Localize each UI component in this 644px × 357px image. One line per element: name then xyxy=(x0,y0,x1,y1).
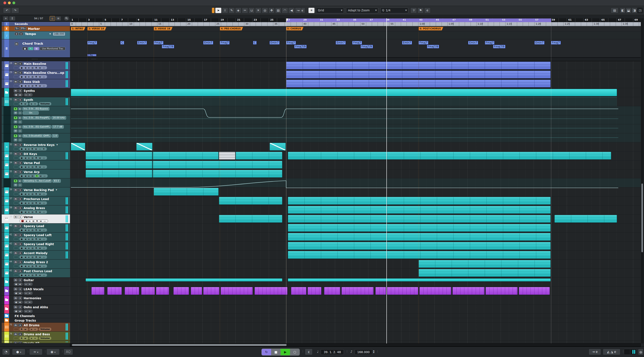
audio-event[interactable] xyxy=(174,287,189,295)
solo-button[interactable]: s xyxy=(18,62,22,65)
write-automation-button[interactable]: w xyxy=(18,107,22,110)
mute-button[interactable]: m xyxy=(14,296,18,300)
midi-event[interactable] xyxy=(288,197,551,204)
track-list-icon[interactable]: ≡ xyxy=(56,16,61,21)
solo-button[interactable]: s xyxy=(18,71,22,74)
track-row-ins-3-studioeq-qhfl[interactable]: R w Ins.:3:StudioEQ -QHFL 1.0 III ∩ xyxy=(2,133,70,142)
read-write-buttons[interactable]: R w xyxy=(19,328,28,331)
track-preset-button[interactable]: ↧ xyxy=(9,16,16,21)
range-selection-tool[interactable]: I xyxy=(222,8,228,13)
mute-button[interactable]: m xyxy=(14,71,18,74)
record-arm-button[interactable] xyxy=(14,256,18,259)
folder-group-controls[interactable]: = ≈ xyxy=(24,93,33,96)
chord-event[interactable]: Fmaj7/9 xyxy=(294,45,306,48)
midi-event[interactable] xyxy=(288,224,551,232)
track-row-verve[interactable]: 39 m s Verve ● ◀ e ▤ R w ▭ xyxy=(2,214,70,224)
solo-button[interactable]: s xyxy=(18,242,22,246)
mute-button[interactable]: m xyxy=(14,152,18,156)
track-row-spacey-lead-left[interactable]: 41 m s Spacey Lead Left ● ◀ e ▤ R w ▭ xyxy=(2,232,70,242)
write-automation-button[interactable]: w xyxy=(18,134,22,138)
timeline-row[interactable] xyxy=(70,124,641,133)
chevron-down-icon[interactable]: ▼ xyxy=(49,33,51,35)
track-controls[interactable]: ● ◀ e R w ▭ ❋ xyxy=(19,147,47,150)
track-row-versearp-s-lter-cutoff[interactable]: R w VerseArp-S...lter.Cutoff 83.5 III ∩ xyxy=(2,178,70,188)
timeline-row[interactable] xyxy=(70,160,641,170)
timeline-row[interactable] xyxy=(70,268,641,278)
solo-button[interactable]: s xyxy=(18,143,22,146)
write-automation-button[interactable]: w xyxy=(18,125,22,128)
lock-icon[interactable]: ∩ xyxy=(18,184,22,186)
vertical-scrollbar-handle[interactable] xyxy=(642,184,643,252)
lanes-icon[interactable]: III xyxy=(14,184,18,186)
record-arm-button[interactable] xyxy=(14,328,18,331)
timeline-row[interactable] xyxy=(70,206,641,214)
automation-parameter-label[interactable]: Volume xyxy=(39,102,51,106)
track-controls[interactable]: ● ◀ e ▤ R w ▭ xyxy=(19,228,47,232)
audio-event[interactable] xyxy=(221,287,252,295)
mute-button[interactable]: m xyxy=(14,233,18,236)
undo-icon[interactable]: ↶ xyxy=(3,8,11,13)
record-button[interactable]: ○ xyxy=(290,349,300,355)
tempo-track-row[interactable]: ♩ ⊙ ∩ Tempo ▼ 168.000 xyxy=(2,31,70,39)
options-dots[interactable]: ⋮ xyxy=(302,350,304,353)
gear-icon[interactable] xyxy=(638,349,644,355)
solo-button[interactable]: s xyxy=(18,188,22,192)
timeline-row[interactable] xyxy=(70,170,641,178)
timeline-row[interactable] xyxy=(70,314,641,318)
chord-event[interactable]: Emin7 xyxy=(203,41,213,44)
automation-value[interactable]: 1.0 xyxy=(52,134,58,138)
edit-channel-buttons[interactable]: e ∞ xyxy=(29,328,38,331)
track-row-fx-channels[interactable]: FX Channels xyxy=(2,314,70,318)
timeline-row[interactable] xyxy=(70,323,641,332)
horizontal-scrollbar[interactable] xyxy=(70,344,641,346)
lock-icon[interactable]: ∩ xyxy=(18,130,22,132)
automation-parameter[interactable]: Ins.:3:St...EQ-GainHFL xyxy=(22,125,51,128)
mute-button[interactable]: m xyxy=(14,270,18,273)
lanes-icon[interactable]: III xyxy=(14,138,18,142)
lock-icon[interactable]: ∩ xyxy=(19,32,23,36)
track-row-harmonies[interactable]: m s Harmonies ● ◀ = ≈ xyxy=(2,296,70,304)
midi-event[interactable] xyxy=(153,170,282,178)
options-dots[interactable]: ⋮ xyxy=(376,350,379,353)
track-controls[interactable]: ● ◀ e ▤ R w ▭ xyxy=(19,84,47,87)
automation-parameter[interactable]: Ins.:3:St...EQ-Bypass xyxy=(22,107,49,110)
options-dots[interactable]: ⋮ xyxy=(346,350,348,353)
chord-event[interactable]: Fmaj7 xyxy=(220,41,230,44)
folder-record-monitor[interactable]: ● ◀ xyxy=(14,282,23,286)
edit-channel-buttons[interactable]: e ∞ xyxy=(29,336,38,340)
audio-event[interactable] xyxy=(141,287,155,295)
read-automation-button[interactable]: R xyxy=(14,107,18,110)
track-row-ins-3-st-eq-bypass[interactable]: R w Ins.:3:St...EQ-Bypass III ∩ On xyxy=(2,106,70,115)
track-controls[interactable]: ● ◀ e ▤ R w ▭ xyxy=(19,192,47,196)
solo-button[interactable]: s xyxy=(18,89,22,92)
read-write-buttons[interactable]: R w xyxy=(19,102,28,106)
record-arm-button[interactable] xyxy=(14,148,18,150)
punch-group[interactable]: ⇥ e xyxy=(588,349,601,355)
split-tool[interactable]: ✂ xyxy=(242,8,248,13)
object-selection-tool[interactable]: ➤ xyxy=(215,8,222,13)
marker-flag[interactable]: 2: VERSE 1A xyxy=(87,27,106,30)
midi-event[interactable] xyxy=(86,152,152,160)
read-write-buttons[interactable]: R w xyxy=(19,336,28,340)
record-arm-button[interactable] xyxy=(14,166,18,168)
auto-quantize-button[interactable]: AQ xyxy=(64,349,73,355)
timeline-row[interactable] xyxy=(70,296,641,304)
audio-event[interactable] xyxy=(387,287,418,295)
solo-button[interactable]: s xyxy=(18,98,22,101)
marker-track-row[interactable]: ⊻ T+ TT+ Marker xyxy=(2,26,70,31)
automation-value[interactable]: 17.7 dB xyxy=(52,125,64,128)
audition-icon[interactable]: ◖ xyxy=(305,349,312,355)
chord-event[interactable]: Emin7 xyxy=(468,41,478,44)
lower-zone-icon[interactable]: ⬓ xyxy=(626,8,631,13)
audio-event[interactable] xyxy=(376,287,386,295)
divider-handle[interactable]: ···· xyxy=(92,58,96,61)
left-zone-icon[interactable]: ◧ xyxy=(620,8,626,13)
read-automation-button[interactable]: R xyxy=(14,116,18,119)
lock-icon[interactable]: ∩ xyxy=(18,112,22,114)
tempo-display[interactable]: 168.000 xyxy=(355,349,372,355)
position-format-icon[interactable]: ♩ xyxy=(315,349,320,355)
folder-record-monitor[interactable]: ● ◀ xyxy=(14,300,23,304)
midi-event[interactable] xyxy=(154,188,219,196)
timeline-row[interactable] xyxy=(70,70,641,79)
midi-event[interactable] xyxy=(86,170,152,178)
